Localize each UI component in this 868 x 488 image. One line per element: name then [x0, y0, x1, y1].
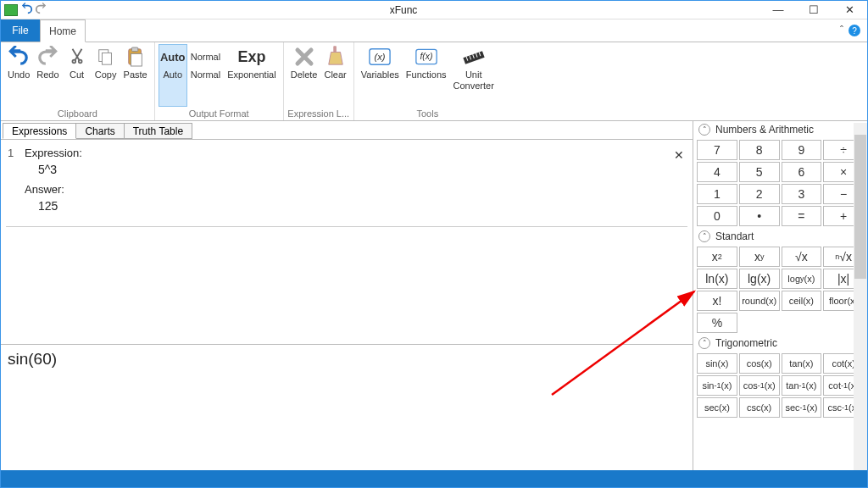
- tab-truth-table[interactable]: Truth Table: [124, 123, 192, 139]
- key-cos[interactable]: cos(x): [739, 353, 780, 374]
- key-1[interactable]: 1: [697, 184, 737, 204]
- close-button[interactable]: ✕: [832, 2, 867, 19]
- numbers-grid: 789÷ 456× 123− 0•=+: [693, 138, 867, 228]
- main-area: Expressions Charts Truth Table 1 Express…: [1, 121, 867, 470]
- key-sqrt[interactable]: √x: [782, 247, 822, 267]
- key-lg[interactable]: lg(x): [739, 269, 780, 289]
- chevron-up-icon: ˄: [698, 337, 710, 349]
- standard-grid: x2xy√xn√x ln(x)lg(x)logy(x)|x| x!round(x…: [693, 245, 867, 335]
- tab-charts[interactable]: Charts: [75, 123, 124, 139]
- quick-access-toolbar: [21, 3, 47, 17]
- ribbon: Undo Redo Cut Copy Paste Clipboard AutoA…: [1, 42, 867, 121]
- expression-label: Expression:: [25, 147, 686, 159]
- window-title: xFunc: [47, 4, 760, 16]
- titlebar: xFunc — ☐ ✕: [1, 1, 867, 19]
- key-x2[interactable]: x2: [697, 247, 737, 267]
- format-normal-button[interactable]: NormalNormal: [187, 44, 224, 107]
- key-tan[interactable]: tan(x): [782, 353, 822, 374]
- svg-rect-3: [131, 47, 137, 52]
- key-sec[interactable]: sec(x): [697, 397, 737, 418]
- key-acos[interactable]: cos-1(x): [739, 375, 780, 396]
- section-trig-header[interactable]: ˄Trigonometric: [693, 335, 867, 352]
- svg-rect-4: [131, 53, 142, 66]
- divider: [6, 226, 687, 227]
- key-round[interactable]: round(x): [739, 291, 780, 311]
- expression-value: 5^3: [25, 163, 686, 176]
- key-sin[interactable]: sin(x): [697, 353, 737, 374]
- cut-button[interactable]: Cut: [63, 44, 92, 107]
- key-ceil[interactable]: ceil(x): [782, 291, 822, 311]
- tab-expressions[interactable]: Expressions: [3, 123, 76, 139]
- view-tabs: Expressions Charts Truth Table: [1, 121, 693, 140]
- key-csc[interactable]: csc(x): [739, 397, 780, 418]
- ribbon-group-output-format: AutoAuto NormalNormal ExpExponential Out…: [155, 42, 284, 120]
- functions-button[interactable]: f(x)Functions: [403, 44, 450, 107]
- chevron-up-icon: ˄: [698, 230, 710, 242]
- key-dot[interactable]: •: [739, 206, 780, 226]
- key-factorial[interactable]: x!: [697, 291, 737, 311]
- expression-row: 1 Expression: 5^3 Answer: 125: [6, 143, 687, 223]
- answer-label: Answer:: [25, 183, 686, 196]
- redo-button[interactable]: Redo: [33, 44, 62, 107]
- tab-home[interactable]: Home: [40, 19, 86, 42]
- format-exponential-button[interactable]: ExpExponential: [224, 44, 280, 107]
- key-percent[interactable]: %: [697, 313, 737, 333]
- key-xy[interactable]: xy: [739, 247, 780, 267]
- format-auto-button[interactable]: AutoAuto: [159, 44, 187, 107]
- svg-text:f(x): f(x): [420, 52, 432, 61]
- unit-converter-button[interactable]: Unit Converter: [450, 44, 498, 107]
- svg-rect-1: [102, 53, 111, 64]
- statusbar: [1, 470, 867, 487]
- qat-redo-icon[interactable]: [35, 3, 47, 17]
- delete-button[interactable]: Delete: [287, 44, 321, 107]
- row-number: 1: [8, 147, 18, 159]
- ribbon-group-clipboard: Undo Redo Cut Copy Paste Clipboard: [1, 42, 155, 120]
- sidebar-scrollbar[interactable]: [854, 123, 867, 470]
- left-panel: Expressions Charts Truth Table 1 Express…: [1, 121, 693, 470]
- variables-button[interactable]: (x)Variables: [358, 44, 403, 107]
- expression-input[interactable]: sin(60): [1, 345, 693, 470]
- app-icon: [4, 4, 18, 16]
- chevron-up-icon: ˄: [698, 124, 710, 136]
- key-8[interactable]: 8: [739, 140, 780, 160]
- key-asec[interactable]: sec-1(x): [782, 397, 822, 418]
- minimize-button[interactable]: —: [760, 2, 796, 19]
- clear-button[interactable]: Clear: [320, 44, 349, 107]
- key-logy[interactable]: logy(x): [782, 269, 822, 289]
- key-7[interactable]: 7: [697, 140, 737, 160]
- paste-button[interactable]: Paste: [120, 44, 151, 107]
- key-atan[interactable]: tan-1(x): [782, 375, 822, 396]
- key-4[interactable]: 4: [697, 162, 737, 182]
- ribbon-group-tools: (x)Variables f(x)Functions Unit Converte…: [354, 42, 501, 120]
- copy-button[interactable]: Copy: [92, 44, 120, 107]
- svg-rect-5: [333, 46, 337, 52]
- trig-grid: sin(x)cos(x)tan(x)cot(x) sin-1(x)cos-1(x…: [693, 352, 867, 419]
- key-5[interactable]: 5: [739, 162, 780, 182]
- key-9[interactable]: 9: [782, 140, 822, 160]
- key-asin[interactable]: sin-1(x): [697, 375, 737, 396]
- section-numbers-header[interactable]: ˄Numbers & Arithmetic: [693, 121, 867, 138]
- collapse-ribbon-icon[interactable]: ˆ: [840, 25, 843, 36]
- section-standard-header[interactable]: ˄Standart: [693, 228, 867, 245]
- undo-button[interactable]: Undo: [4, 44, 33, 107]
- file-menu[interactable]: File: [1, 19, 40, 42]
- key-ln[interactable]: ln(x): [697, 269, 737, 289]
- menubar: File Home ˆ ?: [1, 19, 867, 42]
- key-2[interactable]: 2: [739, 184, 780, 204]
- ribbon-group-expression-list: Delete Clear Expression L...: [284, 42, 354, 120]
- key-equals[interactable]: =: [782, 206, 822, 226]
- key-0[interactable]: 0: [697, 206, 737, 226]
- key-6[interactable]: 6: [782, 162, 822, 182]
- expression-list: 1 Expression: 5^3 Answer: 125 ✕: [1, 140, 693, 345]
- svg-text:(x): (x): [375, 52, 386, 62]
- help-icon[interactable]: ?: [849, 25, 860, 36]
- maximize-button[interactable]: ☐: [796, 2, 832, 19]
- remove-expression-icon[interactable]: ✕: [674, 148, 684, 162]
- functions-sidebar: ˄Numbers & Arithmetic 789÷ 456× 123− 0•=…: [693, 121, 867, 470]
- qat-undo-icon[interactable]: [21, 3, 33, 17]
- answer-value: 125: [25, 199, 686, 213]
- key-3[interactable]: 3: [782, 184, 822, 204]
